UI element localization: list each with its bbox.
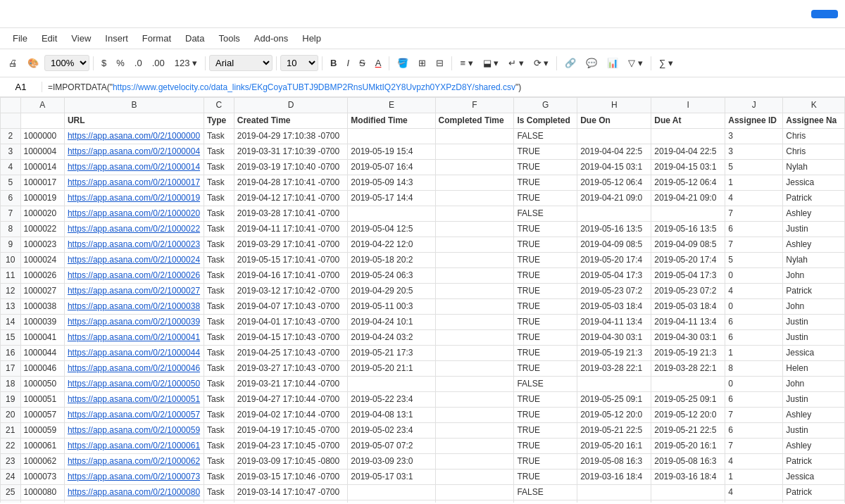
cell[interactable]: 2019-05-15 17:10:41 -0700 xyxy=(234,253,348,268)
cell[interactable]: 2019-04-15 03:1 xyxy=(651,160,725,175)
cell[interactable]: 2019-05-24 06:3 xyxy=(348,268,435,284)
col-header-g[interactable]: G xyxy=(514,98,577,113)
menu-insert[interactable]: Insert xyxy=(99,32,134,45)
cell[interactable]: Justin xyxy=(783,222,845,237)
cell[interactable] xyxy=(348,129,435,144)
merge-button[interactable]: ⊟ xyxy=(432,55,448,71)
italic-button[interactable]: I xyxy=(342,55,353,71)
cell[interactable]: TRUE xyxy=(514,500,577,503)
cell[interactable]: TRUE xyxy=(514,361,577,377)
cell[interactable]: 2019-04-09 08:5 xyxy=(577,237,651,253)
cell[interactable]: Patrick xyxy=(783,485,845,500)
cell[interactable]: 1000038 xyxy=(20,299,64,315)
cell[interactable]: https://app.asana.com/0/2/1000080 xyxy=(64,485,204,500)
row-number[interactable]: 23 xyxy=(1,454,21,470)
cell[interactable]: https://app.asana.com/0/2/1000073 xyxy=(64,470,204,485)
cell[interactable] xyxy=(435,237,514,253)
cell[interactable]: https://app.asana.com/0/2/1000038 xyxy=(64,299,204,315)
menu-file[interactable]: File xyxy=(7,32,33,45)
cell[interactable] xyxy=(435,346,514,361)
cell[interactable]: FALSE xyxy=(514,206,577,222)
paint-format-button[interactable]: 🎨 xyxy=(23,55,43,71)
cell[interactable]: Task xyxy=(204,253,234,268)
cell[interactable]: TRUE xyxy=(514,408,577,423)
cell[interactable]: TRUE xyxy=(514,454,577,470)
cell[interactable] xyxy=(435,206,514,222)
cell[interactable]: 2019-05-25 09:1 xyxy=(651,392,725,408)
chart-button[interactable]: 📊 xyxy=(603,55,622,71)
cell[interactable]: TRUE xyxy=(514,423,577,439)
menu-view[interactable]: View xyxy=(65,32,96,45)
cell[interactable]: FALSE xyxy=(514,377,577,392)
cell[interactable]: 4 xyxy=(725,454,783,470)
row-number[interactable]: 13 xyxy=(1,299,21,315)
link-button[interactable]: 🔗 xyxy=(561,55,580,71)
cell[interactable]: FALSE xyxy=(514,129,577,144)
cell[interactable]: 2019-04-25 17:10:43 -0700 xyxy=(234,346,348,361)
cell[interactable]: 2019-05-16 13:5 xyxy=(577,222,651,237)
cell[interactable]: https://app.asana.com/0/2/1000004 xyxy=(64,144,204,160)
cell[interactable]: TRUE xyxy=(514,222,577,237)
cell[interactable]: 2019-04-24 03:2 xyxy=(348,330,435,346)
cell[interactable]: 2019-03-14 17:10:47 -0700 xyxy=(234,485,348,500)
cell[interactable] xyxy=(435,439,514,454)
cell[interactable]: Patrick xyxy=(783,454,845,470)
row-number[interactable]: 9 xyxy=(1,237,21,253)
cell[interactable]: 2019-03-09 23:0 xyxy=(348,454,435,470)
cell[interactable]: TRUE xyxy=(514,237,577,253)
cell[interactable]: 1000039 xyxy=(20,315,64,330)
cell[interactable]: John xyxy=(783,268,845,284)
cell[interactable]: TRUE xyxy=(514,470,577,485)
col-header-j[interactable]: J xyxy=(725,98,783,113)
cell[interactable]: Task xyxy=(204,175,234,191)
cell[interactable]: 2019-03-31 17:10:39 -0700 xyxy=(234,144,348,160)
cell[interactable]: Ashley xyxy=(783,206,845,222)
cell[interactable]: 1000004 xyxy=(20,144,64,160)
cell-reference[interactable] xyxy=(0,82,42,92)
decimal-inc-button[interactable]: .00 xyxy=(148,55,169,71)
cell[interactable] xyxy=(435,299,514,315)
cell[interactable]: 2019-05-12 06:4 xyxy=(651,175,725,191)
cell[interactable]: Task xyxy=(204,191,234,206)
cell[interactable]: Jessica xyxy=(783,346,845,361)
cell[interactable]: TRUE xyxy=(514,439,577,454)
cell[interactable]: 1000017 xyxy=(20,175,64,191)
cell[interactable]: 1 xyxy=(725,346,783,361)
cell[interactable]: 2019-05-12 06:4 xyxy=(577,175,651,191)
cell[interactable]: Justin xyxy=(783,330,845,346)
row-number[interactable]: 18 xyxy=(1,377,21,392)
text-color-button[interactable]: A xyxy=(371,55,386,71)
cell[interactable]: TRUE xyxy=(514,315,577,330)
cell[interactable]: 2019-03-19 17:10:40 -0700 xyxy=(234,160,348,175)
row-number[interactable]: 10 xyxy=(1,253,21,268)
cell[interactable]: Task xyxy=(204,423,234,439)
cell[interactable]: https://app.asana.com/0/2/1000020 xyxy=(64,206,204,222)
cell[interactable]: 1000050 xyxy=(20,377,64,392)
cell[interactable]: 2019-03-27 17:10:43 -0700 xyxy=(234,361,348,377)
cell[interactable]: 1 xyxy=(725,470,783,485)
cell[interactable]: 4 xyxy=(725,191,783,206)
cell[interactable]: 2019-04-21 21:5 xyxy=(651,500,725,503)
cell[interactable]: 2019-05-21 17:3 xyxy=(348,346,435,361)
cell[interactable]: 1000059 xyxy=(20,423,64,439)
cell[interactable]: 7 xyxy=(725,206,783,222)
cell[interactable]: 2019-03-21 17:10:44 -0700 xyxy=(234,377,348,392)
cell[interactable]: 6 xyxy=(725,423,783,439)
cell[interactable]: 2019-05-18 20:2 xyxy=(348,253,435,268)
cell[interactable]: Chris xyxy=(783,144,845,160)
cell[interactable] xyxy=(577,377,651,392)
cell[interactable] xyxy=(348,206,435,222)
cell[interactable]: 2019-03-16 18:4 xyxy=(651,470,725,485)
cell[interactable]: 2019-05-20 17:4 xyxy=(651,253,725,268)
cell[interactable]: 2019-04-04 22:5 xyxy=(651,144,725,160)
cell[interactable]: https://app.asana.com/0/2/1000039 xyxy=(64,315,204,330)
col-header-b[interactable]: B xyxy=(64,98,204,113)
cell[interactable]: Helen xyxy=(783,361,845,377)
col-header-c[interactable]: C xyxy=(204,98,234,113)
cell[interactable]: Task xyxy=(204,206,234,222)
cell[interactable] xyxy=(435,160,514,175)
cell[interactable]: TRUE xyxy=(514,392,577,408)
cell[interactable] xyxy=(435,500,514,503)
cell[interactable]: 2019-05-07 07:2 xyxy=(348,439,435,454)
cell[interactable]: 2019-04-07 17:10:43 -0700 xyxy=(234,299,348,315)
